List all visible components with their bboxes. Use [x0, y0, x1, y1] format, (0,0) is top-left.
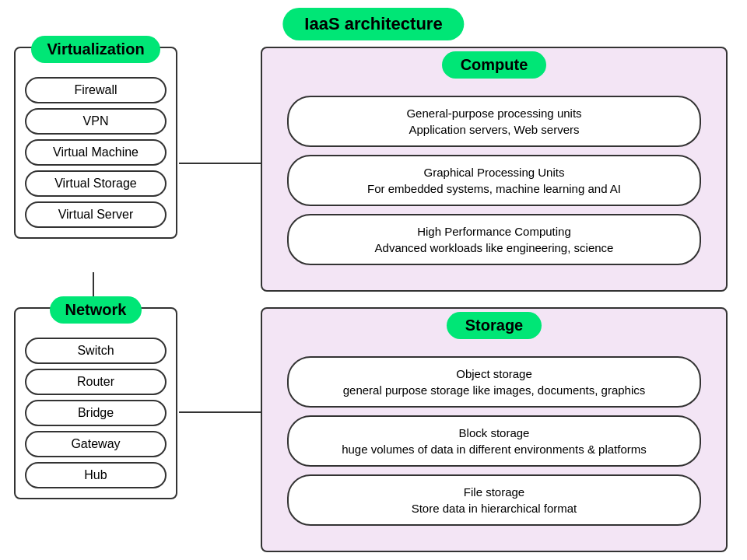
list-item: Virtual Machine	[25, 139, 167, 166]
list-item: Router	[25, 369, 167, 395]
list-item: File storageStore data in hierarchical f…	[287, 474, 701, 526]
list-item: Virtual Server	[25, 201, 167, 228]
list-item: VPN	[25, 108, 167, 135]
list-item: Virtual Storage	[25, 170, 167, 197]
list-item: Firewall	[25, 77, 167, 103]
compute-title: Compute	[442, 51, 547, 79]
storage-panel: Storage Object storagegeneral purpose st…	[261, 307, 728, 552]
list-item: Bridge	[25, 400, 167, 426]
compute-panel: Compute General-purpose processing units…	[261, 47, 728, 292]
storage-items: Object storagegeneral purpose storage li…	[275, 350, 714, 538]
list-item: High Performance ComputingAdvanced workl…	[287, 214, 701, 265]
virtualization-items: Firewall VPN Virtual Machine Virtual Sto…	[16, 71, 176, 237]
list-item: Block storagehuge volumes of data in dif…	[287, 415, 701, 467]
compute-items: General-purpose processing unitsApplicat…	[275, 89, 714, 278]
network-title: Network	[50, 296, 142, 324]
list-item: General-purpose processing unitsApplicat…	[287, 96, 701, 147]
network-box: Network Switch Router Bridge Gateway Hub	[14, 307, 177, 499]
virtualization-title: Virtualization	[31, 36, 160, 63]
diagram-container: IaaS architecture Virtualization Firewal…	[0, 0, 747, 560]
network-items: Switch Router Bridge Gateway Hub	[16, 331, 176, 498]
list-item: Object storagegeneral purpose storage li…	[287, 356, 701, 408]
list-item: Gateway	[25, 431, 167, 457]
main-title: IaaS architecture	[282, 8, 464, 40]
list-item: Graphical Processing UnitsFor embedded s…	[287, 155, 701, 206]
list-item: Switch	[25, 338, 167, 364]
list-item: Hub	[25, 462, 167, 488]
virtualization-box: Virtualization Firewall VPN Virtual Mach…	[14, 47, 177, 239]
storage-title: Storage	[447, 312, 542, 339]
